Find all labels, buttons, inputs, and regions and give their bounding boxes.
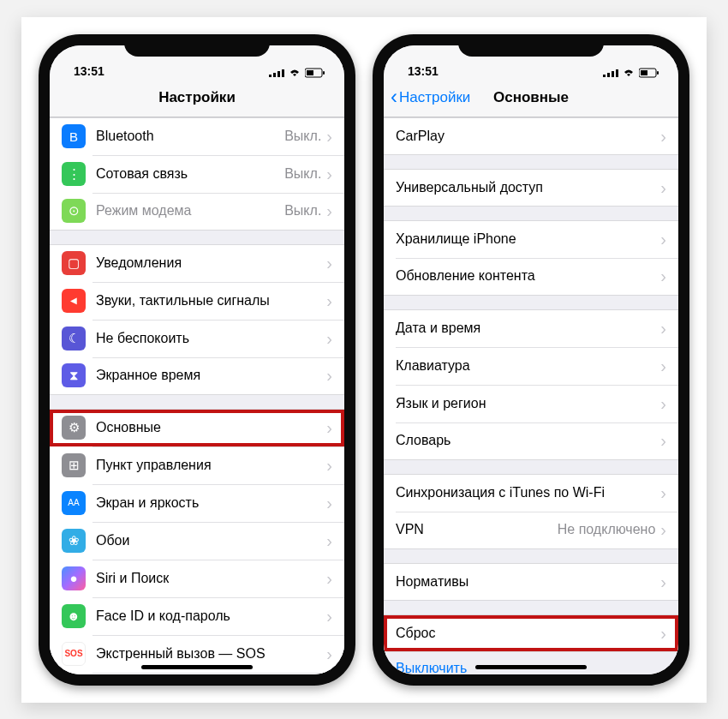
list-row[interactable]: ⚙Основные› <box>50 409 344 446</box>
list-row[interactable]: Дата и время› <box>384 309 678 347</box>
sounds-icon: ◀︎ <box>62 289 86 313</box>
phone-left: 13:51 Настройки BBluetoothВыкл.›⋮Сотовая… <box>39 34 355 686</box>
nav-header: ‹ Настройки Основные <box>384 80 678 117</box>
svg-rect-0 <box>269 75 272 77</box>
list-row[interactable]: Хранилище iPhone› <box>384 220 678 258</box>
chevron-right-icon: › <box>660 625 666 642</box>
signal-icon <box>603 69 618 77</box>
chevron-right-icon: › <box>660 395 666 412</box>
list-row[interactable]: AAЭкран и яркость› <box>50 484 344 522</box>
list-row[interactable]: ⊙Режим модемаВыкл.› <box>50 193 344 231</box>
chevron-right-icon: › <box>326 165 332 183</box>
row-label: Хранилище iPhone <box>396 231 660 247</box>
list-row[interactable]: ⋮Сотовая связьВыкл.› <box>50 155 344 193</box>
battery-icon <box>305 68 325 78</box>
row-label: Bluetooth <box>96 129 284 144</box>
settings-list[interactable]: BBluetoothВыкл.›⋮Сотовая связьВыкл.›⊙Реж… <box>50 117 344 674</box>
list-row[interactable]: ⊞Пункт управления› <box>50 446 344 484</box>
list-row[interactable]: CarPlay› <box>384 117 678 155</box>
screentime-icon: ⧗ <box>62 363 86 387</box>
row-label: Режим модема <box>96 203 284 219</box>
general-list[interactable]: CarPlay›Универсальный доступ›Хранилище i… <box>384 117 678 674</box>
row-label: Экран и яркость <box>96 495 326 511</box>
list-row[interactable]: Синхронизация с iTunes по Wi-Fi› <box>384 474 678 512</box>
chevron-right-icon: › <box>326 367 332 384</box>
row-label: Сброс <box>396 626 660 641</box>
list-row[interactable]: ◀︎Звуки, тактильные сигналы› <box>50 282 344 320</box>
list-row[interactable]: Универсальный доступ› <box>384 169 678 207</box>
row-label: CarPlay <box>396 129 660 144</box>
list-row[interactable]: ☾Не беспокоить› <box>50 320 344 357</box>
row-label: Обои <box>96 533 326 548</box>
battery-icon <box>639 68 659 78</box>
row-label: Нормативы <box>396 574 660 590</box>
status-icons <box>603 68 659 78</box>
status-icons <box>269 68 325 78</box>
row-label: Универсальный доступ <box>396 180 660 195</box>
chevron-right-icon: › <box>660 128 666 145</box>
settings-group: CarPlay› <box>384 117 678 155</box>
chevron-right-icon: › <box>326 255 332 272</box>
chevron-right-icon: › <box>660 231 666 248</box>
svg-rect-13 <box>641 70 647 75</box>
list-row[interactable]: Нормативы› <box>384 563 678 601</box>
row-label: Звуки, тактильные сигналы <box>96 293 326 309</box>
chevron-right-icon: › <box>326 645 332 662</box>
row-label: Экранное время <box>96 368 326 383</box>
cellular-icon: ⋮ <box>62 162 86 186</box>
list-row[interactable]: ⧗Экранное время› <box>50 357 344 395</box>
chevron-right-icon: › <box>326 570 332 587</box>
row-label: Словарь <box>396 433 660 448</box>
shutdown-link[interactable]: Выключить <box>384 652 678 674</box>
chevron-right-icon: › <box>660 357 666 374</box>
list-row[interactable]: ▢Уведомления› <box>50 244 344 282</box>
chevron-right-icon: › <box>660 267 666 285</box>
control-center-icon: ⊞ <box>62 453 86 477</box>
row-label: Сотовая связь <box>96 166 284 182</box>
list-row[interactable]: BBluetoothВыкл.› <box>50 117 344 155</box>
list-row[interactable]: ●Siri и Поиск› <box>50 560 344 597</box>
svg-rect-10 <box>616 69 618 77</box>
list-row[interactable]: Словарь› <box>384 422 678 460</box>
list-row[interactable]: Клавиатура› <box>384 347 678 385</box>
row-label: Основные <box>96 420 326 435</box>
svg-rect-1 <box>273 73 276 77</box>
chevron-right-icon: › <box>660 320 666 337</box>
list-row[interactable]: ☻Face ID и код-пароль› <box>50 597 344 635</box>
svg-rect-12 <box>657 71 659 75</box>
list-row[interactable]: ▮Аккумулятор› <box>50 673 344 674</box>
wallpaper-icon: ❀ <box>62 529 86 553</box>
chevron-right-icon: › <box>326 128 332 145</box>
row-label: Не беспокоить <box>96 331 326 346</box>
screen-left: 13:51 Настройки BBluetoothВыкл.›⋮Сотовая… <box>50 45 344 674</box>
list-row[interactable]: Обновление контента› <box>384 258 678 296</box>
home-indicator[interactable] <box>141 665 253 669</box>
list-row[interactable]: VPNНе подключено› <box>384 512 678 549</box>
page-title: Основные <box>493 89 569 106</box>
chevron-right-icon: › <box>660 573 666 590</box>
row-label: Экстренный вызов — SOS <box>96 646 326 662</box>
row-label: Клавиатура <box>396 358 660 374</box>
chevron-right-icon: › <box>326 457 332 474</box>
status-time: 13:51 <box>74 64 104 78</box>
list-row[interactable]: Язык и регион› <box>384 385 678 422</box>
frame: 13:51 Настройки BBluetoothВыкл.›⋮Сотовая… <box>21 17 707 703</box>
settings-group: ⚙Основные›⊞Пункт управления›AAЭкран и яр… <box>50 409 344 674</box>
list-row[interactable]: Сброс› <box>384 614 678 652</box>
signal-icon <box>269 69 284 77</box>
back-button[interactable]: ‹ Настройки <box>391 88 470 107</box>
list-row[interactable]: ❀Обои› <box>50 522 344 560</box>
row-value: Не подключено <box>558 522 656 537</box>
svg-rect-7 <box>603 75 606 77</box>
chevron-right-icon: › <box>326 494 332 512</box>
home-indicator[interactable] <box>475 665 587 669</box>
row-label: VPN <box>396 522 558 537</box>
row-label: Синхронизация с iTunes по Wi-Fi <box>396 485 660 500</box>
faceid-icon: ☻ <box>62 604 86 628</box>
notifications-icon: ▢ <box>62 251 86 275</box>
svg-rect-6 <box>307 70 313 75</box>
nav-header: Настройки <box>50 80 344 117</box>
row-value: Выкл. <box>284 203 321 219</box>
settings-group: Синхронизация с iTunes по Wi-Fi›VPNНе по… <box>384 474 678 549</box>
row-label: Пункт управления <box>96 458 326 473</box>
